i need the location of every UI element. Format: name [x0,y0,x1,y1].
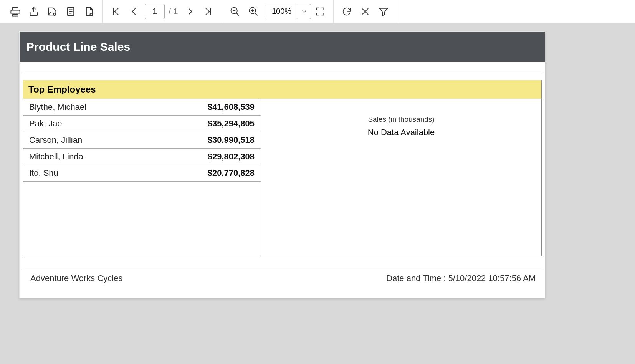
table-row: Mitchell, Linda $29,802,308 [23,149,261,165]
table-row: Ito, Shu $20,770,828 [23,165,261,182]
zoom-in-button[interactable] [244,2,263,21]
zoom-dropdown-button[interactable] [297,4,311,19]
report-page: Product Line Sales Top Employees Blythe,… [19,31,545,298]
fullscreen-icon [315,6,326,17]
zoom-out-icon [230,6,240,17]
employee-value: $41,608,539 [208,102,255,112]
filter-icon [378,6,389,17]
cancel-button[interactable] [356,2,374,21]
chevron-left-icon [129,6,139,17]
employee-value: $35,294,805 [208,119,255,129]
prev-page-button[interactable] [125,2,143,21]
section-header: Top Employees [23,80,541,99]
table-row: Blythe, Michael $41,608,539 [23,99,261,116]
report-body: Top Employees Blythe, Michael $41,608,53… [20,62,545,298]
employee-name: Ito, Shu [29,168,58,178]
divider [23,73,542,73]
document-icon [65,6,76,17]
toolbar-group-action [334,0,397,23]
toolbar-group-file [2,0,102,23]
fit-page-button[interactable] [311,2,329,21]
zoom-input[interactable] [266,4,297,19]
export-button[interactable] [25,2,43,21]
report-viewport: Product Line Sales Top Employees Blythe,… [0,23,635,364]
employee-name: Pak, Jae [29,119,62,129]
zoom-out-button[interactable] [226,2,244,21]
top-employees-region: Top Employees Blythe, Michael $41,608,53… [23,80,542,256]
toolbar-group-nav: / 1 [103,0,222,23]
filter-button[interactable] [374,2,393,21]
chart-title: Sales (in thousands) [368,115,434,124]
page-setup-button[interactable] [80,2,98,21]
report-toolbar: / 1 [0,0,635,23]
close-icon [360,6,370,17]
refresh-icon [341,6,352,17]
export-icon [28,6,39,17]
current-page-input[interactable] [145,4,165,19]
next-page-button[interactable] [181,2,199,21]
employee-value: $29,802,308 [208,152,255,162]
chevron-right-icon [185,6,195,17]
employee-name: Carson, Jillian [29,135,82,145]
print-button[interactable] [6,2,25,21]
employee-table: Blythe, Michael $41,608,539 Pak, Jae $35… [23,99,261,256]
send-settings-button[interactable] [43,2,61,21]
employee-value: $30,990,518 [208,135,255,145]
employee-value: $20,770,828 [208,168,255,178]
chevron-down-icon [301,8,308,15]
document-button[interactable] [61,2,80,21]
chart-panel: Sales (in thousands) No Data Available [261,99,541,256]
print-icon [10,6,21,17]
first-page-button[interactable] [106,2,125,21]
report-footer: Adventure Works Cycles Date and Time : 5… [23,270,542,294]
zoom-combo [266,4,311,19]
first-page-icon [110,6,121,17]
zoom-in-icon [248,6,259,17]
export-settings-icon [47,6,58,17]
last-page-icon [203,6,214,17]
refresh-button[interactable] [337,2,356,21]
employee-name: Blythe, Michael [29,102,86,112]
report-title: Product Line Sales [20,32,545,62]
last-page-button[interactable] [199,2,218,21]
chart-nodata-message: No Data Available [368,127,435,137]
employee-name: Mitchell, Linda [29,152,83,162]
table-row: Pak, Jae $35,294,805 [23,116,261,132]
page-settings-icon [84,6,94,17]
footer-company: Adventure Works Cycles [30,273,122,283]
page-total-label: / 1 [169,7,178,17]
toolbar-group-zoom [222,0,333,23]
footer-datetime: Date and Time : 5/10/2022 10:57:56 AM [386,273,536,283]
table-row: Carson, Jillian $30,990,518 [23,132,261,149]
toolbar-separator [397,0,397,23]
